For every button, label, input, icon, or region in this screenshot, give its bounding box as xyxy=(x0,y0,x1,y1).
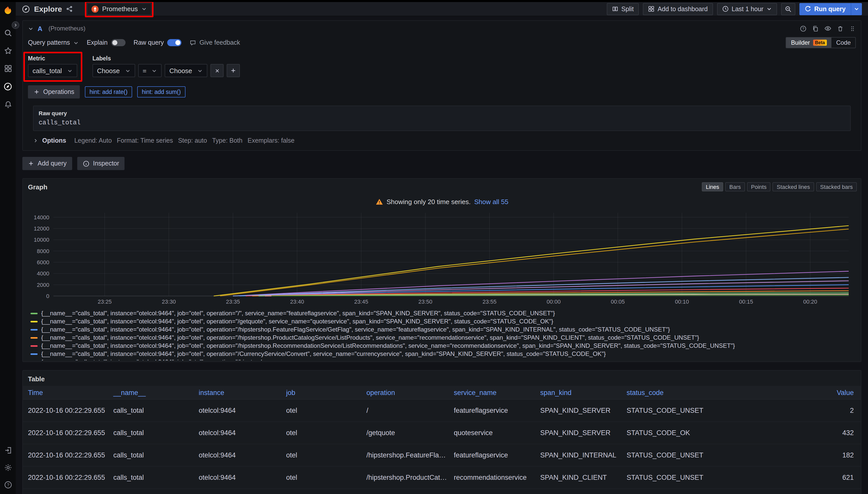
query-hint-1[interactable]: hint: add sum() xyxy=(137,86,185,97)
zoom-out-button[interactable] xyxy=(781,3,795,15)
query-row-header[interactable]: A (Prometheus) ? xyxy=(23,21,861,36)
metric-label: Metric xyxy=(28,55,77,61)
gear-icon[interactable] xyxy=(4,463,12,472)
svg-text:0: 0 xyxy=(46,293,49,299)
share-icon[interactable] xyxy=(66,5,73,12)
time-series-plot[interactable]: 0200040006000800010000120001400023:2523:… xyxy=(27,211,855,307)
table-row: 2022-10-16 00:22:29.655calls_totalotelco… xyxy=(23,489,861,494)
legend-item[interactable]: {__name__="calls_total", instance="otelc… xyxy=(31,342,861,350)
sign-in-icon[interactable] xyxy=(4,446,12,454)
table-cell: SPAN_KIND_CLIENT xyxy=(535,474,621,481)
table-cell: otelcol:9464 xyxy=(194,429,281,437)
add-operation-button[interactable]: Operations xyxy=(28,85,80,98)
inspector-button[interactable]: Inspector xyxy=(77,157,125,170)
column-header-service_name[interactable]: service_name xyxy=(449,388,535,396)
bell-icon[interactable] xyxy=(4,100,12,109)
time-series-chart[interactable]: 0200040006000800010000120001400023:2523:… xyxy=(27,211,855,307)
add-label-filter-button[interactable] xyxy=(227,64,240,77)
time-range-label: Last 1 hour xyxy=(731,5,763,13)
svg-text:23:55: 23:55 xyxy=(483,299,496,305)
hide-query-eye-icon[interactable] xyxy=(824,25,831,32)
raw-query-toggle[interactable] xyxy=(167,39,182,46)
label-operator-select[interactable]: = xyxy=(138,64,162,77)
column-header-instance[interactable]: instance xyxy=(194,388,281,396)
apps-icon[interactable] xyxy=(4,64,12,73)
explore-actions-row: Add query Inspector xyxy=(22,157,862,170)
duplicate-query-icon[interactable] xyxy=(812,25,819,32)
options-label[interactable]: Options xyxy=(42,137,66,144)
graph-mode-bars[interactable]: Bars xyxy=(725,182,745,191)
builder-mode-button[interactable]: Builder Beta xyxy=(786,38,832,48)
query-patterns-dropdown[interactable]: Query patterns xyxy=(28,39,78,46)
run-query-dropdown[interactable] xyxy=(851,3,862,15)
column-header-job[interactable]: job xyxy=(281,388,361,396)
metric-select[interactable]: calls_total xyxy=(28,64,77,77)
column-header-time[interactable]: Time xyxy=(23,388,108,396)
svg-text:00:10: 00:10 xyxy=(675,299,689,305)
collapse-chevron-icon[interactable] xyxy=(28,26,34,31)
show-all-series-link[interactable]: Show all 55 xyxy=(474,198,508,206)
legend-color-mark xyxy=(31,329,38,330)
column-header-status_code[interactable]: status_code xyxy=(621,388,716,396)
label-value-select[interactable]: Choose xyxy=(165,64,207,77)
table-cell: 2 xyxy=(716,407,861,414)
table-cell: 2022-10-16 00:22:29.655 xyxy=(23,429,108,437)
legend-item[interactable]: {__name__="calls_total", instance="otelc… xyxy=(31,334,861,342)
graph-mode-lines[interactable]: Lines xyxy=(702,182,723,191)
graph-mode-stacked-bars[interactable]: Stacked bars xyxy=(816,182,857,191)
table-cell: otel xyxy=(281,474,361,481)
column-header-span_kind[interactable]: span_kind xyxy=(535,388,621,396)
drag-handle-icon[interactable] xyxy=(849,25,856,32)
graph-mode-stacked-lines[interactable]: Stacked lines xyxy=(773,182,814,191)
dashboard-grid-icon xyxy=(648,5,654,12)
raw-query-toggle-label: Raw query xyxy=(133,39,164,46)
remove-label-filter-button[interactable] xyxy=(211,64,223,77)
inspector-label: Inspector xyxy=(93,160,119,167)
legend-item[interactable]: {__name__="calls_total", instance="otelc… xyxy=(31,350,861,358)
operations-label: Operations xyxy=(43,88,74,95)
star-icon[interactable] xyxy=(4,47,12,55)
label-value-placeholder: Choose xyxy=(169,67,192,74)
help-circle-icon[interactable]: ? xyxy=(800,25,807,32)
comment-icon xyxy=(190,39,196,46)
search-icon[interactable] xyxy=(4,29,12,37)
table-cell: / xyxy=(361,407,449,414)
table-cell: STATUS_CODE_UNSET xyxy=(621,451,716,459)
table-cell: /hipstershop.FeatureFlagServi… xyxy=(361,451,449,459)
column-header-value[interactable]: Value xyxy=(716,388,861,396)
datasource-picker[interactable]: Prometheus xyxy=(87,3,151,15)
svg-text:00:15: 00:15 xyxy=(739,299,753,305)
sidebar-expand-button[interactable] xyxy=(12,21,19,29)
explain-toggle[interactable] xyxy=(111,39,125,46)
legend-item[interactable]: {__name__="calls_total", instance="otelc… xyxy=(31,309,861,317)
clock-icon xyxy=(722,5,728,12)
add-to-dashboard-button[interactable]: Add to dashboard xyxy=(643,3,713,15)
labels-field-group: Labels Choose = Choose xyxy=(92,55,240,77)
legend-item[interactable]: {__name__="calls_total", instance="otelc… xyxy=(31,358,861,360)
grafana-logo[interactable] xyxy=(3,5,13,15)
table-cell: otel xyxy=(281,451,361,459)
table-cell: calls_total xyxy=(108,429,194,437)
legend-item[interactable]: {__name__="calls_total", instance="otelc… xyxy=(31,317,861,325)
svg-text:23:50: 23:50 xyxy=(418,299,433,305)
column-header-__name__[interactable]: __name__ xyxy=(108,388,194,396)
table-cell: otel xyxy=(281,429,361,437)
help-icon[interactable]: ? xyxy=(4,481,12,489)
add-query-button[interactable]: Add query xyxy=(22,157,72,170)
legend-item[interactable]: {__name__="calls_total", instance="otelc… xyxy=(31,325,861,334)
code-mode-button[interactable]: Code xyxy=(832,38,855,48)
raw-query-label: Raw query xyxy=(39,110,845,116)
remove-query-trash-icon[interactable] xyxy=(837,25,844,32)
time-range-picker[interactable]: Last 1 hour xyxy=(717,3,777,15)
give-feedback-link[interactable]: Give feedback xyxy=(190,39,240,46)
graph-mode-points[interactable]: Points xyxy=(747,182,771,191)
query-hint-0[interactable]: hint: add rate() xyxy=(85,86,132,97)
query-patterns-label: Query patterns xyxy=(28,39,70,46)
query-datasource-hint: (Prometheus) xyxy=(49,25,85,32)
run-query-button[interactable]: Run query xyxy=(799,3,851,15)
column-header-operation[interactable]: operation xyxy=(361,388,449,396)
explore-compass-icon[interactable] xyxy=(3,82,12,91)
label-key-select[interactable]: Choose xyxy=(92,64,135,77)
split-button[interactable]: Split xyxy=(607,3,639,15)
plus-icon xyxy=(230,68,236,74)
